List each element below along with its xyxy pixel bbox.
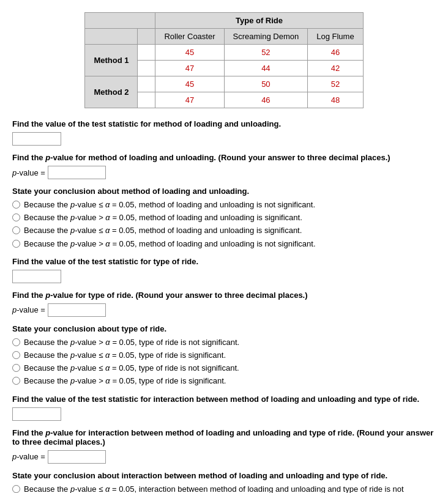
q7-input[interactable]	[12, 407, 61, 421]
cell-m1r1c3: 46	[308, 45, 363, 61]
q3-label: State your conclusion about method of lo…	[12, 187, 436, 196]
q2-pvalue-label: p-value =	[12, 168, 45, 177]
q1-input[interactable]	[12, 132, 61, 146]
q4-input[interactable]	[12, 270, 61, 283]
q6-option-2: Because the p-value ≤ α = 0.05, type of …	[12, 350, 436, 361]
cell-m1r2c1: 47	[155, 61, 224, 76]
q9-section: State your conclusion about interaction …	[12, 471, 436, 494]
q5-section: Find the p-value for type of ride. (Roun…	[12, 291, 436, 317]
q9-label: State your conclusion about interaction …	[12, 471, 436, 480]
method1-label: Method 1	[85, 45, 138, 76]
q9-radio-group: Because the p-value ≤ α = 0.05, interact…	[12, 484, 436, 494]
q3-radio-3[interactable]	[12, 226, 20, 234]
q3-option-1: Because the p-value ≤ α = 0.05, method o…	[12, 199, 436, 210]
q6-label: State your conclusion about type of ride…	[12, 324, 436, 333]
method2-label: Method 2	[85, 76, 138, 108]
cell-m1r1c1: 45	[155, 45, 224, 61]
cell-m2r2c1: 47	[155, 92, 224, 108]
data-table: Type of Ride Roller Coaster Screaming De…	[12, 12, 436, 108]
q3-radio-2[interactable]	[12, 213, 20, 221]
q7-label: Find the value of the test statistic for…	[12, 395, 436, 404]
q5-label: Find the p-value for type of ride. (Roun…	[12, 291, 436, 300]
cell-m1r2c3: 42	[308, 61, 363, 76]
q3-option-4: Because the p-value > α = 0.05, method o…	[12, 239, 436, 250]
q6-section: State your conclusion about type of ride…	[12, 324, 436, 387]
q3-section: State your conclusion about method of lo…	[12, 187, 436, 250]
col-header-log-flume: Log Flume	[308, 29, 363, 45]
q9-radio-1[interactable]	[12, 485, 20, 493]
q6-option-1: Because the p-value > α = 0.05, type of …	[12, 337, 436, 348]
col-header-screaming-demon: Screaming Demon	[224, 29, 308, 45]
q5-pvalue-label: p-value =	[12, 305, 45, 314]
q6-radio-3[interactable]	[12, 364, 20, 372]
q5-pvalue-input[interactable]	[48, 303, 106, 317]
q8-pvalue-input[interactable]	[48, 450, 106, 464]
cell-m1r2c2: 44	[224, 61, 308, 76]
q3-option-2: Because the p-value > α = 0.05, method o…	[12, 212, 436, 223]
q3-option-3: Because the p-value ≤ α = 0.05, method o…	[12, 225, 436, 236]
q4-label: Find the value of the test statistic for…	[12, 257, 436, 266]
q6-option-4: Because the p-value > α = 0.05, type of …	[12, 376, 436, 387]
col-header-roller-coaster: Roller Coaster	[155, 29, 224, 45]
q8-pvalue-row: p-value =	[12, 450, 436, 464]
q9-option-1: Because the p-value ≤ α = 0.05, interact…	[12, 484, 436, 494]
col-header-empty	[138, 29, 155, 45]
q6-radio-1[interactable]	[12, 338, 20, 346]
q2-label: Find the p-value for method of loading a…	[12, 153, 436, 162]
q6-radio-2[interactable]	[12, 351, 20, 359]
cell-m2r1c1: 45	[155, 76, 224, 92]
q2-pvalue-input[interactable]	[48, 166, 106, 179]
q8-label: Find the p-value for interaction between…	[12, 428, 436, 447]
q2-pvalue-row: p-value =	[12, 166, 436, 179]
q6-radio-group: Because the p-value > α = 0.05, type of …	[12, 337, 436, 387]
table-type-header: Type of Ride	[155, 13, 363, 29]
q1-section: Find the value of the test statistic for…	[12, 119, 436, 146]
q6-option-3: Because the p-value ≤ α = 0.05, type of …	[12, 363, 436, 374]
q2-section: Find the p-value for method of loading a…	[12, 153, 436, 179]
cell-m2r2c3: 48	[308, 92, 363, 108]
cell-m2r2c2: 46	[224, 92, 308, 108]
q3-radio-4[interactable]	[12, 240, 20, 248]
q7-section: Find the value of the test statistic for…	[12, 395, 436, 421]
cell-m2r1c3: 52	[308, 76, 363, 92]
q8-section: Find the p-value for interaction between…	[12, 428, 436, 464]
q8-pvalue-label: p-value =	[12, 452, 45, 461]
q1-label: Find the value of the test statistic for…	[12, 119, 436, 128]
q3-radio-1[interactable]	[12, 201, 20, 209]
q6-radio-4[interactable]	[12, 377, 20, 385]
q5-pvalue-row: p-value =	[12, 303, 436, 317]
q4-section: Find the value of the test statistic for…	[12, 257, 436, 283]
cell-m1r1c2: 52	[224, 45, 308, 61]
q3-radio-group: Because the p-value ≤ α = 0.05, method o…	[12, 199, 436, 250]
cell-m2r1c2: 50	[224, 76, 308, 92]
